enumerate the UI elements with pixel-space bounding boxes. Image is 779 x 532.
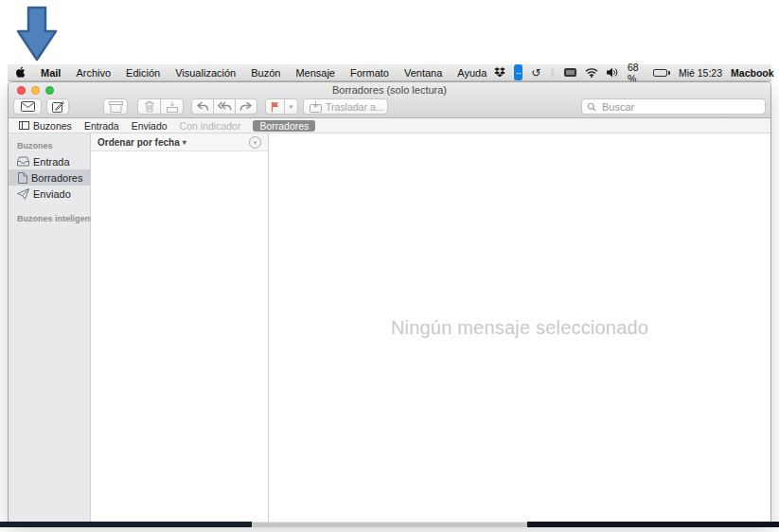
- favorites-bar: Buzones Entrada Enviado Con indicador Bo…: [9, 118, 770, 133]
- favorites-buzones[interactable]: Buzones: [19, 120, 72, 132]
- forward-button[interactable]: [235, 98, 257, 115]
- envelope-icon: [21, 101, 35, 112]
- bottom-crop-bar-right: [527, 522, 779, 527]
- screenshot-canvas: Mail Archivo Edición Visualización Buzón…: [0, 0, 779, 532]
- get-mail-button[interactable]: [13, 98, 42, 115]
- trash-button[interactable]: [137, 98, 161, 115]
- menu-item-buzon[interactable]: Buzón: [243, 64, 288, 80]
- archive-icon: [109, 101, 123, 113]
- reply-group: [191, 98, 257, 115]
- time-machine-icon[interactable]: ↺: [531, 64, 540, 80]
- bluetooth-icon[interactable]: ᛒ: [549, 64, 556, 80]
- search-field[interactable]: [581, 98, 766, 115]
- junk-button[interactable]: [160, 98, 184, 115]
- user-switcher[interactable]: Macbook: [731, 64, 774, 80]
- sidebar-item-entrada[interactable]: Entrada: [9, 153, 90, 169]
- menu-item-edicion[interactable]: Edición: [118, 64, 168, 80]
- display-icon[interactable]: [564, 64, 576, 80]
- annotation-down-arrow-icon: [16, 6, 58, 62]
- compose-icon: [52, 100, 64, 113]
- trash-icon: [144, 100, 155, 113]
- mail-window: Borradores (solo lectura): [8, 81, 771, 522]
- flag-button[interactable]: [265, 98, 285, 115]
- bottom-crop-bar-left: [0, 522, 252, 527]
- paper-plane-icon: [17, 188, 29, 200]
- message-list-header: Ordenar por fecha ▾ ▾: [91, 133, 268, 151]
- menu-clock[interactable]: Mié 15:23: [679, 64, 722, 80]
- menu-item-mensaje[interactable]: Mensaje: [288, 64, 343, 80]
- sort-label: Ordenar por fecha: [97, 137, 180, 148]
- reply-all-icon: [218, 101, 232, 112]
- menu-bar-left: Mail Archivo Edición Visualización Buzón…: [8, 64, 494, 80]
- chevron-down-icon: ▾: [183, 138, 186, 147]
- junk-icon: [166, 100, 179, 113]
- volume-icon[interactable]: [607, 64, 619, 80]
- flag-icon: [271, 101, 280, 113]
- search-input[interactable]: [600, 100, 760, 114]
- draft-page-icon: [17, 172, 27, 184]
- menu-item-archivo[interactable]: Archivo: [68, 64, 118, 80]
- mailbox-panel-icon: [19, 121, 29, 130]
- dropbox-icon[interactable]: [494, 64, 505, 80]
- window-body: Buzones Entrada Borradores: [9, 133, 770, 522]
- bottom-crop-bar-middle: [252, 522, 527, 527]
- sidebar-item-borradores[interactable]: Borradores: [9, 169, 90, 186]
- message-list-empty-area: [91, 151, 268, 522]
- search-icon: [587, 102, 596, 112]
- inbox-icon: [17, 156, 29, 167]
- move-to-icon: [310, 101, 322, 113]
- filter-button[interactable]: ▾: [249, 136, 261, 149]
- menu-item-ayuda[interactable]: Ayuda: [450, 64, 494, 80]
- trash-junk-group: [137, 98, 184, 115]
- move-to-button[interactable]: Trasladar a...: [303, 98, 388, 115]
- favorites-entrada[interactable]: Entrada: [84, 120, 119, 132]
- sidebar-section-smart: Buzones inteligentes: [9, 211, 90, 226]
- favorites-borradores-selected[interactable]: Borradores: [253, 120, 315, 132]
- sidebar-item-enviado[interactable]: Enviado: [9, 186, 90, 202]
- archive-button[interactable]: [103, 98, 128, 115]
- menu-item-ventana[interactable]: Ventana: [397, 64, 450, 80]
- window-title: Borradores (solo lectura): [9, 84, 770, 96]
- menu-bar-status: ↔ ↺ ᛒ 68 % Mié 1: [494, 64, 779, 80]
- battery-icon[interactable]: [653, 64, 670, 80]
- no-message-selected-label: Ningún mensaje seleccionado: [391, 317, 648, 339]
- reply-icon: [196, 101, 209, 112]
- sidebar-item-entrada-label: Entrada: [33, 156, 70, 168]
- battery-percent-label: 68 %: [628, 64, 645, 80]
- reply-all-button[interactable]: [213, 98, 236, 115]
- flag-group: ▾: [265, 98, 298, 115]
- sidebar: Buzones Entrada Borradores: [9, 133, 91, 522]
- sidebar-item-enviado-label: Enviado: [33, 188, 71, 200]
- toolbar: ▾ Trasladar a...: [9, 97, 770, 117]
- apple-logo-icon: [15, 66, 26, 79]
- move-to-label: Trasladar a...: [326, 101, 383, 113]
- compose-button[interactable]: [46, 98, 69, 115]
- menu-item-visualizacion[interactable]: Visualización: [168, 64, 243, 80]
- title-bar[interactable]: Borradores (solo lectura): [9, 82, 770, 118]
- menu-bar: Mail Archivo Edición Visualización Buzón…: [8, 64, 771, 81]
- reply-button[interactable]: [191, 98, 214, 115]
- menu-item-mail[interactable]: Mail: [33, 64, 68, 80]
- favorites-con-indicador[interactable]: Con indicador: [180, 120, 241, 132]
- favorites-enviado[interactable]: Enviado: [132, 120, 168, 132]
- sidebar-item-borradores-label: Borradores: [31, 172, 82, 184]
- menu-item-formato[interactable]: Formato: [343, 64, 397, 80]
- forward-icon: [239, 101, 253, 112]
- message-view-pane: Ningún mensaje seleccionado: [269, 133, 770, 522]
- sidebar-section-mailboxes: Buzones: [9, 138, 90, 153]
- message-list: Ordenar por fecha ▾ ▾: [91, 133, 269, 522]
- favorites-buzones-label: Buzones: [33, 120, 72, 132]
- flag-menu-button[interactable]: ▾: [284, 98, 298, 115]
- apple-menu[interactable]: [8, 64, 33, 80]
- teamviewer-icon[interactable]: ↔: [514, 64, 522, 80]
- wifi-icon[interactable]: [585, 64, 598, 80]
- sort-by-date-control[interactable]: Ordenar por fecha ▾: [97, 137, 186, 148]
